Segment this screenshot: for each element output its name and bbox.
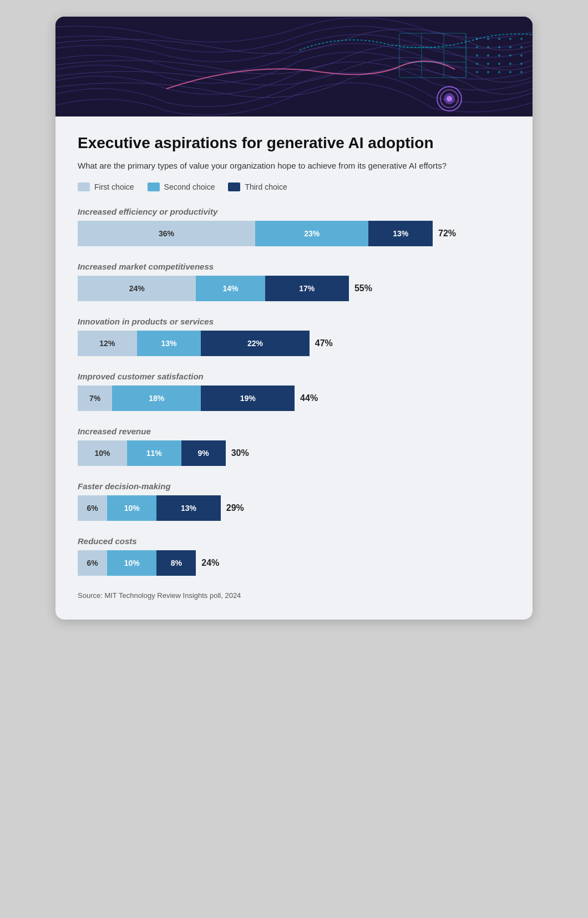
bar-row-2: 12%13%22%47% xyxy=(78,331,510,356)
bar-row-3: 7%18%19%44% xyxy=(78,386,510,411)
chart-section-1: Increased market competitiveness24%14%17… xyxy=(78,262,510,301)
bar-first-3: 7% xyxy=(78,386,112,411)
bar-row-5: 6%10%13%29% xyxy=(78,495,510,521)
svg-point-32 xyxy=(487,71,489,73)
svg-point-25 xyxy=(520,54,523,57)
bar-total-4: 30% xyxy=(231,448,249,458)
bar-third-5: 13% xyxy=(156,495,221,521)
svg-point-10 xyxy=(447,96,452,102)
svg-point-30 xyxy=(520,63,523,65)
legend-label-first: First choice xyxy=(94,182,134,191)
chart-label-0: Increased efficiency or productivity xyxy=(78,207,510,216)
bar-first-4: 10% xyxy=(78,440,127,466)
source-text: Source: MIT Technology Review Insights p… xyxy=(78,591,510,600)
bar-third-3: 19% xyxy=(201,386,295,411)
charts-container: Increased efficiency or productivity36%2… xyxy=(78,207,510,576)
svg-point-13 xyxy=(498,38,500,40)
svg-point-12 xyxy=(487,38,489,40)
svg-point-15 xyxy=(520,38,523,40)
bar-second-1: 14% xyxy=(196,276,265,301)
bar-total-5: 29% xyxy=(226,503,244,513)
bar-first-5: 6% xyxy=(78,495,107,521)
bar-first-1: 24% xyxy=(78,276,196,301)
bar-row-6: 6%10%8%24% xyxy=(78,550,510,576)
bar-second-0: 23% xyxy=(255,221,368,246)
bar-total-6: 24% xyxy=(201,558,219,568)
chart-label-3: Improved customer satisfaction xyxy=(78,372,510,381)
svg-point-11 xyxy=(476,38,478,40)
bar-total-2: 47% xyxy=(315,338,333,348)
bar-first-2: 12% xyxy=(78,331,137,356)
main-card: Executive aspirations for generative AI … xyxy=(55,17,533,620)
svg-point-21 xyxy=(476,54,478,57)
bar-first-6: 6% xyxy=(78,550,107,576)
legend-label-second: Second choice xyxy=(164,182,215,191)
bar-row-4: 10%11%9%30% xyxy=(78,440,510,466)
chart-label-6: Reduced costs xyxy=(78,536,510,546)
chart-section-4: Increased revenue10%11%9%30% xyxy=(78,427,510,466)
hero-image xyxy=(55,17,533,116)
svg-point-16 xyxy=(476,46,478,48)
bar-second-2: 13% xyxy=(137,331,201,356)
svg-point-29 xyxy=(509,63,511,65)
bar-total-0: 72% xyxy=(438,229,456,239)
content-area: Executive aspirations for generative AI … xyxy=(55,116,533,620)
bar-third-4: 9% xyxy=(181,440,226,466)
legend-swatch-second xyxy=(148,182,160,191)
bar-second-4: 11% xyxy=(127,440,181,466)
svg-point-26 xyxy=(476,63,478,65)
chart-label-4: Increased revenue xyxy=(78,427,510,436)
bar-second-6: 10% xyxy=(107,550,156,576)
legend-swatch-first xyxy=(78,182,90,191)
svg-point-14 xyxy=(509,38,511,40)
bar-second-5: 10% xyxy=(107,495,156,521)
chart-label-2: Innovation in products or services xyxy=(78,317,510,326)
svg-point-31 xyxy=(476,71,478,73)
legend-item-first: First choice xyxy=(78,182,134,191)
legend: First choice Second choice Third choice xyxy=(78,182,510,191)
chart-label-5: Faster decision-making xyxy=(78,481,510,491)
chart-section-5: Faster decision-making6%10%13%29% xyxy=(78,481,510,521)
chart-section-3: Improved customer satisfaction7%18%19%44… xyxy=(78,372,510,411)
svg-point-22 xyxy=(487,54,489,57)
svg-point-24 xyxy=(509,54,511,57)
bar-second-3: 18% xyxy=(112,386,201,411)
main-title: Executive aspirations for generative AI … xyxy=(78,133,510,153)
svg-point-27 xyxy=(487,63,489,65)
bar-total-1: 55% xyxy=(354,283,372,293)
svg-point-23 xyxy=(498,54,500,57)
bar-first-0: 36% xyxy=(78,221,255,246)
bar-row-0: 36%23%13%72% xyxy=(78,221,510,246)
chart-label-1: Increased market competitiveness xyxy=(78,262,510,271)
subtitle: What are the primary types of value your… xyxy=(78,160,510,173)
svg-point-35 xyxy=(520,71,523,73)
svg-point-18 xyxy=(498,46,500,48)
svg-point-33 xyxy=(498,71,500,73)
svg-point-19 xyxy=(509,46,511,48)
legend-item-third: Third choice xyxy=(228,182,287,191)
legend-item-second: Second choice xyxy=(148,182,215,191)
bar-third-6: 8% xyxy=(156,550,196,576)
chart-section-2: Innovation in products or services12%13%… xyxy=(78,317,510,356)
svg-point-34 xyxy=(509,71,511,73)
svg-point-28 xyxy=(498,63,500,65)
bar-total-3: 44% xyxy=(300,393,318,403)
bar-third-2: 22% xyxy=(201,331,310,356)
chart-section-0: Increased efficiency or productivity36%2… xyxy=(78,207,510,246)
svg-point-20 xyxy=(520,46,523,48)
bar-row-1: 24%14%17%55% xyxy=(78,276,510,301)
bar-third-1: 17% xyxy=(265,276,349,301)
legend-swatch-third xyxy=(228,182,240,191)
chart-section-6: Reduced costs6%10%8%24% xyxy=(78,536,510,576)
legend-label-third: Third choice xyxy=(245,182,287,191)
svg-point-17 xyxy=(487,46,489,48)
bar-third-0: 13% xyxy=(368,221,433,246)
